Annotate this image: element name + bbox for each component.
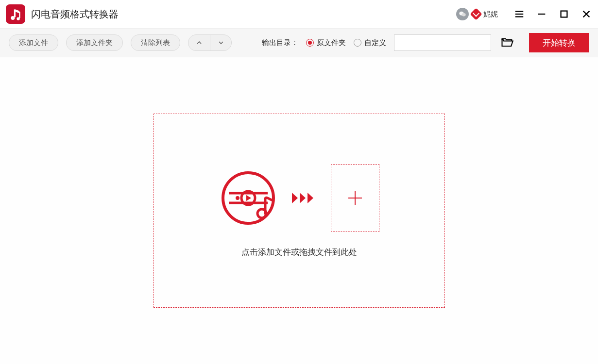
svg-point-5 (462, 13, 466, 17)
add-box (331, 164, 379, 232)
move-up-button[interactable] (188, 35, 210, 50)
user-area[interactable]: 妮妮 (456, 8, 498, 20)
svg-rect-1 (14, 9, 16, 17)
output-dir-radio-group: 原文件夹 自定义 (306, 38, 386, 48)
radio-custom-folder[interactable]: 自定义 (354, 38, 386, 48)
plus-icon (345, 188, 365, 208)
add-folder-button[interactable]: 添加文件夹 (66, 34, 123, 51)
main-area: 点击添加文件或拖拽文件到此处 (0, 57, 598, 364)
svg-rect-10 (561, 11, 567, 17)
minimize-button[interactable] (535, 7, 548, 21)
dropzone-hint: 点击添加文件或拖拽文件到此处 (241, 247, 357, 258)
arrows-right-icon (292, 191, 316, 205)
move-down-button[interactable] (210, 35, 231, 50)
app-logo-icon (6, 4, 25, 24)
browse-folder-button[interactable] (499, 34, 515, 51)
toolbar: 添加文件 添加文件夹 清除列表 输出目录： 原文件夹 自定义 开始转换 (0, 28, 598, 57)
svg-marker-23 (308, 193, 313, 203)
svg-marker-22 (300, 193, 306, 203)
output-dir-label: 输出目录： (262, 38, 298, 48)
radio-dot-icon (354, 39, 361, 47)
clear-list-button[interactable]: 清除列表 (131, 34, 180, 51)
vip-badge-icon (470, 8, 482, 20)
menu-button[interactable] (513, 7, 526, 21)
svg-rect-3 (19, 12, 20, 18)
maximize-button[interactable] (557, 7, 571, 21)
output-path-input[interactable] (394, 34, 491, 51)
window-controls (513, 7, 593, 21)
media-disc-icon (219, 169, 277, 227)
start-convert-button[interactable]: 开始转换 (529, 33, 589, 52)
radio-original-label: 原文件夹 (317, 38, 346, 48)
username: 妮妮 (483, 10, 498, 19)
titlebar: 闪电音频格式转换器 妮妮 (0, 0, 598, 28)
radio-dot-icon (306, 39, 314, 47)
drop-graphics (219, 164, 379, 232)
svg-marker-21 (292, 193, 298, 203)
app-title: 闪电音频格式转换器 (31, 8, 119, 21)
wechat-icon (456, 8, 469, 20)
radio-custom-label: 自定义 (364, 38, 386, 48)
radio-original-folder[interactable]: 原文件夹 (306, 38, 346, 48)
close-button[interactable] (580, 7, 593, 21)
svg-point-17 (236, 196, 239, 200)
add-file-button[interactable]: 添加文件 (9, 34, 58, 51)
dropzone[interactable]: 点击添加文件或拖拽文件到此处 (154, 114, 445, 308)
reorder-group (188, 34, 232, 51)
